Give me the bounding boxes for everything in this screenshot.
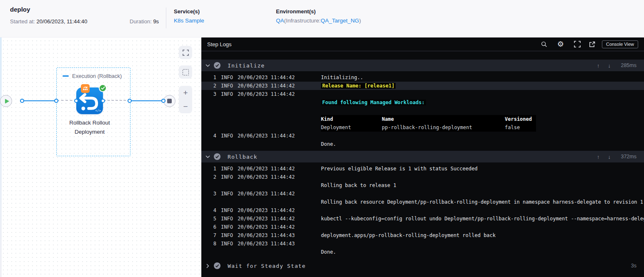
log-level: INFO — [221, 132, 238, 140]
section-duration: 3s — [619, 263, 636, 269]
scroll-to-bottom-button[interactable]: ↓ — [608, 62, 611, 69]
scroll-to-top-button[interactable]: ↑ — [597, 154, 600, 160]
duration-label: Duration: — [130, 18, 153, 25]
table-cell-kind: Deployment — [321, 123, 382, 132]
section-header-wait-for-steady-state[interactable]: Wait for Steady State 3s — [201, 260, 644, 272]
scroll-to-bottom-button[interactable]: ↓ — [608, 154, 611, 160]
log-level: INFO — [221, 173, 238, 181]
line-number: 3 — [201, 190, 216, 198]
zoom-out-button[interactable]: − — [179, 100, 192, 113]
section-duration: 285ms — [619, 62, 636, 68]
play-icon — [5, 99, 9, 104]
log-timestamp: 20/06/2023 11:44:42 — [238, 190, 321, 198]
zoom-in-button[interactable]: + — [179, 86, 192, 100]
environments-column: Environment(s) QA(Infrastructure:QA_Targ… — [276, 8, 361, 24]
scroll-to-top-button[interactable]: ↑ — [597, 62, 600, 69]
services-column: Service(s) K8s Sample — [174, 8, 204, 24]
open-in-new-icon[interactable] — [589, 41, 595, 47]
infrastructure-suffix: ) — [359, 17, 361, 24]
settings-gear-icon[interactable]: ⚙ — [557, 40, 564, 48]
log-table-row-line[interactable]: Deploymentpp-rollback-rolling-deployment… — [201, 123, 644, 132]
log-line[interactable]: 7INFO20/06/2023 11:44:43deployment.apps/… — [201, 231, 644, 240]
search-icon[interactable] — [541, 41, 547, 47]
line-number: 2 — [201, 82, 216, 90]
log-timestamp: 20/06/2023 11:44:42 — [238, 132, 321, 140]
collapse-group-icon[interactable] — [63, 75, 69, 77]
log-message — [321, 107, 644, 115]
log-line[interactable]: Found following Managed Workloads: — [201, 98, 644, 107]
log-line[interactable]: Rolling back resource Deployment/pp-roll… — [201, 198, 644, 206]
connector-dot — [161, 99, 165, 103]
section-title: Wait for Steady State — [228, 263, 306, 269]
log-line[interactable] — [201, 107, 644, 115]
connector-dot — [74, 99, 78, 103]
log-message: Previous eligible Release is 1 with stat… — [321, 165, 644, 173]
log-level: INFO — [221, 90, 238, 98]
log-line-selected[interactable]: 2INFO20/06/2023 11:44:42Release Name: [r… — [201, 82, 644, 90]
step-node-rollback-rollout-deployment[interactable]: </> — [76, 87, 103, 114]
log-message: Initializing.. — [321, 73, 644, 82]
log-line[interactable]: 8INFO20/06/2023 11:44:43 — [201, 240, 644, 248]
log-message — [321, 223, 644, 231]
environment-link[interactable]: QA — [276, 17, 284, 24]
line-number: 1 — [201, 165, 216, 173]
section-header-rollback[interactable]: Rollback ↑ ↓ 372ms — [201, 151, 644, 162]
line-number: 1 — [201, 73, 216, 82]
rollout-step-badge-icon — [81, 84, 90, 93]
log-timestamp: 20/06/2023 11:44:42 — [238, 90, 321, 98]
log-line[interactable]: 1INFO20/06/2023 11:44:42Initializing.. — [201, 73, 644, 82]
log-line[interactable]: 4INFO20/06/2023 11:44:42 — [201, 132, 644, 140]
connector-dot — [128, 99, 132, 103]
table-cell-versioned: false — [505, 123, 536, 132]
started-at: Started at: 20/06/2023, 11:44:40 — [10, 18, 88, 25]
infrastructure-link[interactable]: QA_Target_NG — [321, 17, 359, 24]
header-divider — [166, 7, 166, 28]
line-number: 4 — [201, 206, 216, 215]
log-line[interactable]: 3INFO20/06/2023 11:44:42 — [201, 190, 644, 198]
table-col-kind: Kind — [321, 115, 382, 123]
duration: Duration: 9s — [130, 18, 159, 25]
step-success-check-icon — [214, 62, 221, 69]
log-message-highlight: Found following Managed Workloads: — [321, 100, 426, 105]
log-line[interactable]: 4INFO20/06/2023 11:44:42 — [201, 206, 644, 215]
table-cell-name: pp-rollback-rolling-deployment — [382, 123, 505, 132]
log-level: INFO — [221, 165, 238, 173]
log-message — [321, 240, 644, 248]
step-success-check-icon — [214, 153, 221, 160]
log-line[interactable]: 5INFO20/06/2023 11:44:42kubectl --kubeco… — [201, 215, 644, 223]
chevron-right-icon[interactable] — [201, 264, 214, 268]
log-timestamp: 20/06/2023 11:44:42 — [238, 165, 321, 173]
expand-logs-icon[interactable] — [574, 41, 581, 47]
log-line[interactable]: 3INFO20/06/2023 11:44:42 — [201, 90, 644, 98]
log-line[interactable]: 2INFO20/06/2023 11:44:42 — [201, 173, 644, 181]
execution-header: deploy Started at: 20/06/2023, 11:44:40 … — [0, 0, 644, 37]
chevron-down-icon[interactable] — [201, 64, 214, 67]
line-number: 7 — [201, 231, 216, 240]
log-table-header-line[interactable]: KindNameVersioned — [201, 115, 644, 123]
log-message-highlight: Release Name: [release1] — [321, 83, 396, 89]
section-title: Initialize — [228, 62, 265, 69]
step-logs-toolbar: Step Logs ⚙ Console View — [201, 37, 644, 51]
log-line[interactable]: Done. — [201, 248, 644, 256]
log-line[interactable]: Rolling back to release 1 — [201, 181, 644, 190]
start-node — [0, 95, 12, 107]
log-timestamp: 20/06/2023 11:44:43 — [238, 240, 321, 248]
log-message: Done. — [321, 140, 644, 148]
marquee-select-icon — [183, 69, 189, 75]
log-line[interactable]: Done. — [201, 140, 644, 148]
line-number: 3 — [201, 90, 216, 98]
section-header-initialize[interactable]: Initialize ↑ ↓ 285ms — [201, 60, 644, 71]
console-view-button[interactable]: Console View — [602, 40, 638, 48]
log-message: Done. — [321, 248, 644, 256]
execution-group-label: Execution (Rollback) — [72, 73, 122, 79]
log-line[interactable]: 6INFO20/06/2023 11:44:42 — [201, 223, 644, 231]
canvas-marquee-select-button[interactable] — [179, 65, 192, 79]
log-level: INFO — [221, 73, 238, 82]
pipeline-graph-canvas[interactable]: Execution (Rollback) </> Rollback Rollou… — [0, 37, 201, 277]
canvas-fullscreen-button[interactable] — [179, 46, 192, 59]
chevron-down-icon[interactable] — [201, 155, 214, 158]
service-link[interactable]: K8s Sample — [174, 17, 204, 24]
infrastructure-prefix: (Infrastructure: — [284, 17, 321, 24]
step-success-check-icon — [214, 262, 221, 269]
log-line[interactable]: 1INFO20/06/2023 11:44:42Previous eligibl… — [201, 165, 644, 173]
